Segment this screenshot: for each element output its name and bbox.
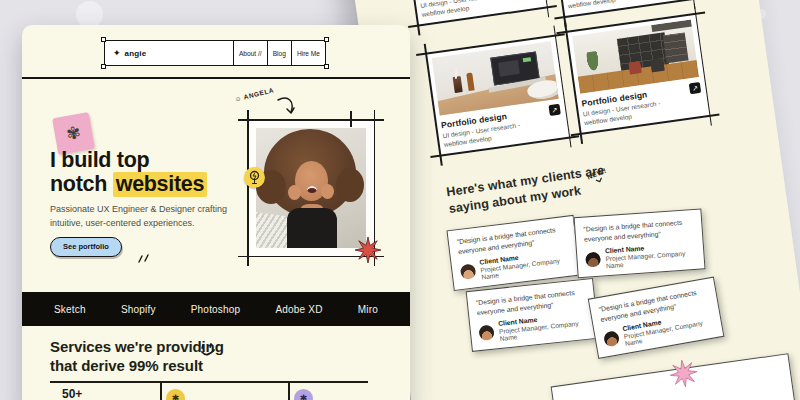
chair-graphic — [628, 61, 642, 75]
skills-marquee-bar: Sketch Shopify Photoshop Adobe XD Miro — [22, 292, 410, 326]
see-portfolio-button[interactable]: See portfolio — [50, 237, 122, 257]
laptop-ui-accent — [523, 57, 531, 62]
client-avatar — [478, 324, 494, 340]
hero-title-line1: I build top — [50, 148, 207, 172]
photo-hair-graphic — [336, 168, 364, 202]
portfolio-card-image-office — [572, 20, 699, 94]
skill-item-sketch: Sketch — [54, 304, 86, 315]
logo-text: angie — [125, 49, 147, 58]
clients-section-heading: Here's what my clients are saying about … — [445, 162, 607, 217]
nav-item-blog[interactable]: Blog — [267, 41, 291, 65]
hero-subtitle: Passionate UX Engineer & Designer crafti… — [50, 203, 238, 230]
red-starburst-icon — [355, 237, 381, 263]
service-star-icon-yellow: ✱ — [166, 389, 185, 400]
curved-arrow-doodle-icon — [276, 97, 298, 117]
hero-title: I build top notch websites — [50, 148, 207, 197]
crop-mark-tick — [350, 111, 352, 127]
client-avatar — [460, 263, 477, 280]
services-heading-line2: that derive 99% result — [50, 356, 224, 375]
services-heading-line1: Services we're providing — [50, 337, 224, 356]
portfolio-card[interactable]: Portfolio design UI design - User resear… — [425, 34, 570, 156]
photo-clothing-graphic — [287, 208, 337, 248]
logo[interactable]: ✦ angie — [105, 41, 233, 65]
nav-item-about[interactable]: About // — [233, 41, 267, 65]
portfolio-card-image-workspace — [432, 41, 559, 115]
pink-starburst-icon — [668, 358, 698, 388]
chair-graphic — [650, 58, 665, 73]
testimonial-quote: "Design is a bridge that connects everyo… — [583, 217, 694, 244]
photo-hand-graphic — [288, 185, 301, 200]
sparkle-doodle-icon — [136, 251, 150, 263]
client-avatar — [603, 330, 620, 347]
crop-mark-line — [247, 110, 249, 266]
selection-handle[interactable] — [101, 64, 106, 69]
stats-column-divider — [160, 381, 162, 400]
stat-value: 50+ — [62, 387, 82, 400]
services-heading: Services we're providing that derive 99%… — [50, 337, 224, 375]
hero-photo-frame — [247, 119, 375, 257]
smiley-glyph-icon: ☺ — [234, 94, 243, 103]
background-circle-decoration — [76, 1, 103, 28]
photo-caption-angela: ☺ ANGELA — [234, 86, 275, 103]
skill-item-adobe-xd: Adobe XD — [275, 304, 322, 315]
portfolio-card[interactable]: Portfolio design UI design - User resear… — [565, 13, 710, 135]
hero-title-prefix: notch — [50, 172, 113, 196]
laptop-ui-graphic — [498, 60, 520, 77]
selection-handle[interactable] — [324, 37, 329, 42]
testimonial-card: "Design is a bridge that connects everyo… — [446, 215, 580, 291]
testimonial-card: "Design is a bridge that connects everyo… — [574, 208, 706, 278]
stats-column-divider — [288, 381, 290, 400]
nav-item-hire-me[interactable]: Hire Me — [291, 41, 325, 65]
selection-handle[interactable] — [101, 37, 106, 42]
header-divider-line — [22, 77, 410, 79]
flower-doodle-icon: ✾ — [65, 122, 83, 145]
arrow-link-icon[interactable]: ↗ — [689, 82, 701, 94]
selection-handle[interactable] — [324, 64, 329, 69]
crop-mark-line — [238, 119, 384, 121]
lightbulb-sticker-icon — [244, 167, 265, 188]
photo-hand-graphic — [321, 184, 334, 199]
portfolio-card[interactable]: Portfolio design UI design - User resear… — [403, 0, 548, 27]
hero-title-highlight: websites — [113, 172, 207, 197]
side-shelf-graphic — [663, 33, 689, 64]
stats-divider-line — [50, 381, 368, 383]
photo-smile-graphic — [307, 186, 317, 193]
ceiling-beam-graphic — [651, 20, 692, 32]
logo-star-icon: ✦ — [113, 48, 121, 58]
mockup-canvas: Portfolio design UI design - User resear… — [0, 0, 800, 400]
hero-photo — [256, 128, 366, 248]
portfolio-subtitle-line2: webflow develop — [567, 0, 616, 9]
smiley-doodle-icon — [199, 343, 219, 359]
testimonial-card: "Design is a bridge that connects everyo… — [588, 277, 725, 359]
navigation-bar: ✦ angie About // Blog Hire Me — [104, 40, 326, 66]
testimonial-card: "Design is a bridge that connects everyo… — [466, 278, 600, 352]
portfolio-hero-panel: ✦ angie About // Blog Hire Me ✾ I build … — [22, 25, 410, 400]
bottle-graphic — [466, 72, 474, 91]
plant-graphic — [584, 51, 601, 75]
client-avatar — [585, 251, 601, 267]
skill-item-photoshop: Photoshop — [191, 304, 241, 315]
portfolio-card-subtitle: UI design - User research -webflow devel… — [420, 0, 500, 20]
hero-title-line2: notch websites — [50, 172, 207, 196]
photo-caption-text: ANGELA — [243, 86, 275, 100]
skill-item-shopify: Shopify — [121, 304, 156, 315]
arrow-link-icon[interactable]: ↗ — [548, 104, 560, 116]
service-star-icon-purple: ✱ — [294, 389, 313, 400]
skill-item-miro: Miro — [358, 304, 378, 315]
